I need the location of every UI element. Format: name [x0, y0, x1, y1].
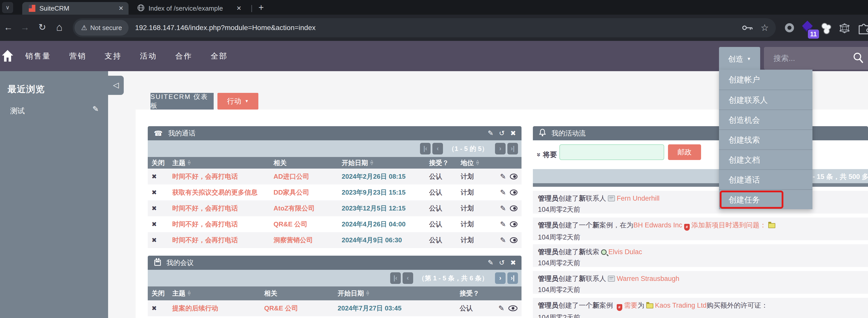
- post-button[interactable]: 邮政: [668, 145, 701, 160]
- nav-item[interactable]: 全部: [211, 51, 228, 61]
- address-bar[interactable]: ⚠ Not secure 192.168.147.146/index.php?m…: [73, 18, 776, 37]
- home-button[interactable]: ⌂: [53, 14, 66, 41]
- close-record-icon[interactable]: ✖: [152, 236, 157, 244]
- next-page-button[interactable]: ›: [495, 272, 505, 284]
- window-chevron-button[interactable]: ∨: [2, 2, 13, 13]
- call-subject-link[interactable]: 时间不好，会再打电话: [172, 172, 238, 180]
- nav-item[interactable]: 销售量: [25, 51, 51, 61]
- activity-link[interactable]: Elvis Dulac: [609, 248, 642, 256]
- password-key-icon[interactable]: [742, 25, 753, 31]
- tab-close-icon[interactable]: ✕: [119, 5, 124, 12]
- create-menu-item[interactable]: 创建帐户: [719, 70, 812, 90]
- call-subject-link[interactable]: 时间不好，会再打电话: [172, 220, 238, 228]
- bookmark-star-icon[interactable]: ☆: [761, 23, 769, 33]
- close-record-icon[interactable]: ✖: [152, 205, 157, 212]
- call-subject-link[interactable]: 获取有关拟议交易的更多信息: [172, 189, 257, 196]
- view-icon[interactable]: [510, 190, 518, 195]
- extensions-puzzle-icon[interactable]: [857, 22, 868, 35]
- extension-network-globe-icon[interactable]: [838, 22, 850, 35]
- activity-link[interactable]: Kaos Trading Ltd: [655, 301, 707, 309]
- create-menu-item[interactable]: 创造机会: [719, 109, 812, 129]
- create-button[interactable]: 创造 ▼: [719, 47, 760, 71]
- refresh-icon[interactable]: ↺: [499, 259, 505, 267]
- extension-dots-icon[interactable]: [821, 23, 833, 34]
- tab-close-icon[interactable]: ✕: [237, 5, 242, 12]
- activity-link[interactable]: Fern Underhill: [617, 195, 660, 202]
- related-account-link[interactable]: QR&E 公司: [274, 220, 307, 228]
- view-icon[interactable]: [510, 221, 518, 227]
- edit-icon[interactable]: ✎: [498, 304, 504, 313]
- prev-page-button[interactable]: ‹: [403, 272, 413, 284]
- last-page-button[interactable]: ›|: [507, 143, 518, 155]
- first-page-button[interactable]: |‹: [390, 272, 401, 284]
- refresh-icon[interactable]: ↺: [499, 129, 505, 137]
- sidebar-collapse-button[interactable]: ◁: [108, 76, 124, 95]
- first-page-button[interactable]: |‹: [420, 143, 431, 155]
- close-record-icon[interactable]: ✖: [152, 189, 157, 196]
- create-menu-item[interactable]: 创建通话: [719, 169, 812, 189]
- view-icon[interactable]: [510, 173, 518, 180]
- create-menu-item[interactable]: 创建任务: [719, 189, 812, 209]
- close-record-icon[interactable]: ✖: [152, 173, 157, 180]
- nav-item[interactable]: 支持: [104, 51, 122, 61]
- crm-home-icon[interactable]: [1, 50, 13, 63]
- extension-ring-icon[interactable]: [785, 23, 794, 32]
- nav-item[interactable]: 合作: [175, 51, 192, 61]
- nav-item[interactable]: 活动: [140, 51, 157, 61]
- activity-link[interactable]: 添加新项目时遇到问题：: [691, 221, 767, 229]
- call-subject-link[interactable]: 时间不好，会再打电话: [172, 236, 238, 244]
- related-account-link[interactable]: AtoZ有限公司: [274, 204, 315, 212]
- create-menu-item[interactable]: 创建联系人: [719, 90, 812, 109]
- back-button[interactable]: ←: [2, 14, 14, 41]
- reload-button[interactable]: ↻: [36, 14, 49, 41]
- activity-link[interactable]: BH Edwards Inc: [633, 221, 682, 229]
- forward-button[interactable]: →: [19, 14, 31, 41]
- prev-page-button[interactable]: ‹: [432, 143, 443, 155]
- edit-icon[interactable]: ✎: [500, 172, 506, 181]
- sort-icon[interactable]: △▽: [188, 290, 190, 295]
- actions-button[interactable]: 行动 ▼: [217, 93, 258, 109]
- edit-icon[interactable]: ✎: [488, 259, 494, 267]
- close-icon[interactable]: ✖: [510, 259, 516, 267]
- related-account-link[interactable]: DD家具公司: [274, 189, 309, 196]
- view-icon[interactable]: [508, 306, 518, 311]
- create-menu-item[interactable]: 创建线索: [719, 129, 812, 150]
- create-menu-item[interactable]: 创建文档: [719, 150, 812, 169]
- next-page-button[interactable]: ›: [495, 143, 505, 155]
- close-record-icon[interactable]: ✖: [152, 221, 157, 228]
- view-icon[interactable]: [510, 205, 518, 211]
- sort-icon[interactable]: △▽: [188, 159, 190, 165]
- sidebar-item-recent[interactable]: 测试: [10, 106, 25, 116]
- edit-icon[interactable]: ✎: [92, 104, 99, 113]
- browser-tab-index[interactable]: Index of /service/example ✕: [133, 2, 247, 14]
- column-header: 接受？: [429, 159, 461, 167]
- dashboard-tab[interactable]: SUITECRM 仪表板: [151, 93, 214, 109]
- sort-icon[interactable]: △▽: [371, 159, 373, 165]
- sort-icon[interactable]: △▽: [367, 290, 369, 295]
- close-record-icon[interactable]: ✖: [152, 305, 157, 312]
- browser-tab-suitecrm[interactable]: SuiteCRM ✕: [22, 2, 128, 14]
- edit-icon[interactable]: ✎: [500, 188, 506, 197]
- post-input[interactable]: [559, 145, 664, 160]
- edit-icon[interactable]: ✎: [500, 204, 506, 213]
- related-account-link[interactable]: AD进口公司: [274, 172, 309, 180]
- call-subject-link[interactable]: 时间不好，会再打电话: [172, 204, 238, 212]
- edit-icon[interactable]: ✎: [488, 129, 494, 137]
- edit-icon[interactable]: ✎: [500, 220, 506, 228]
- global-search[interactable]: 搜索...: [764, 47, 868, 70]
- activity-link[interactable]: Warren Strausbaugh: [617, 275, 679, 282]
- view-icon[interactable]: [510, 237, 518, 243]
- not-secure-chip[interactable]: ⚠ Not secure: [74, 20, 128, 36]
- related-account-link[interactable]: 洞察营销公司: [274, 236, 313, 244]
- sort-icon[interactable]: △▽: [476, 159, 479, 165]
- nav-item[interactable]: 营销: [69, 51, 86, 61]
- related-account-link[interactable]: QR&E 公司: [264, 305, 298, 312]
- meeting-subject-link[interactable]: 提案的后续行动: [172, 305, 218, 312]
- activity-link[interactable]: 需要: [624, 301, 638, 309]
- edit-icon[interactable]: ✎: [500, 236, 506, 244]
- double-chevron-icon[interactable]: »: [535, 153, 543, 157]
- close-icon[interactable]: ✖: [510, 129, 516, 137]
- last-page-button[interactable]: ›|: [507, 272, 518, 284]
- new-tab-button[interactable]: +: [255, 2, 267, 13]
- search-icon[interactable]: [852, 52, 864, 65]
